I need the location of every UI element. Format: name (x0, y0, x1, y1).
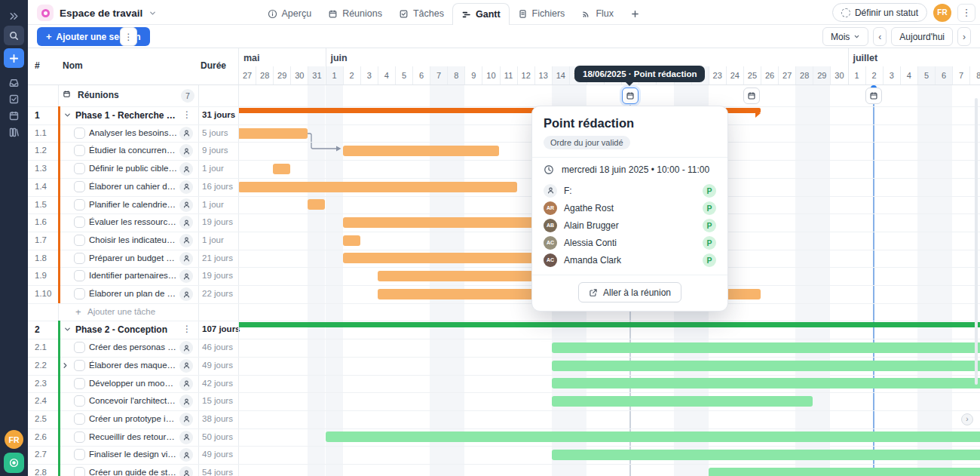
task-checkbox[interactable] (74, 235, 85, 246)
library-icon[interactable] (4, 122, 24, 142)
assignee-icon[interactable] (179, 341, 193, 355)
tab-apercu[interactable]: Aperçu (259, 2, 320, 25)
day-header-cell[interactable]: 23 (709, 66, 726, 84)
day-header-cell[interactable]: 8 (447, 66, 464, 84)
task-bar-2.1[interactable] (552, 342, 980, 353)
assignee-icon[interactable] (179, 466, 193, 476)
row-menu-icon[interactable]: ⋮ (182, 109, 191, 120)
attendee-row[interactable]: ACAlessia ContiP (532, 234, 727, 251)
task-bar-2.8[interactable] (709, 468, 980, 476)
assignee-icon[interactable] (179, 144, 193, 158)
assignee-icon[interactable] (179, 377, 193, 391)
tab-gantt[interactable]: Gantt (452, 3, 510, 26)
add-task-row[interactable]: +Ajouter une tâche (28, 303, 238, 321)
task-checkbox[interactable] (74, 163, 85, 174)
assignee-icon[interactable] (179, 252, 193, 266)
assignee-icon[interactable] (179, 413, 193, 426)
attendee-row[interactable]: F:P (532, 182, 727, 199)
day-header-cell[interactable]: 12 (517, 66, 534, 84)
phase-bar-2[interactable] (238, 322, 980, 327)
assignee-icon[interactable] (179, 127, 193, 140)
task-checkbox[interactable] (74, 360, 85, 371)
day-header-cell[interactable]: 28 (795, 66, 813, 84)
day-header-cell[interactable]: 5 (395, 66, 412, 84)
day-header-cell[interactable]: 28 (256, 66, 273, 84)
day-header-cell[interactable]: 14 (552, 66, 569, 84)
day-header-cell[interactable]: 29 (273, 66, 290, 84)
day-header-cell[interactable]: 7 (952, 66, 969, 84)
task-bar-2.2[interactable] (552, 361, 980, 371)
task-bar-2.6[interactable] (326, 431, 980, 442)
task-checkbox[interactable] (74, 127, 85, 139)
task-checkbox[interactable] (74, 395, 85, 407)
day-header-cell[interactable]: 1 (848, 66, 865, 84)
task-bar-2.7[interactable] (552, 450, 980, 460)
day-header-cell[interactable]: 26 (761, 66, 778, 84)
expand-subtasks-icon[interactable] (61, 361, 69, 370)
assignee-icon[interactable] (179, 198, 193, 212)
task-checkbox[interactable] (74, 449, 85, 460)
tab-fichiers[interactable]: Fichiers (510, 2, 574, 25)
today-button[interactable]: Aujourd'hui (891, 27, 953, 46)
bar-offscreen-right-chip[interactable]: › (961, 413, 973, 425)
task-checkbox[interactable] (74, 181, 85, 192)
workspace-switcher[interactable]: Espace de travail (37, 3, 157, 23)
day-header-cell[interactable]: 13 (534, 66, 552, 84)
day-header-cell[interactable]: 25 (743, 66, 761, 84)
meeting-marker-icon[interactable] (865, 88, 882, 104)
assignee-icon[interactable] (179, 269, 193, 283)
task-bar-1.7[interactable] (343, 235, 360, 246)
go-to-meeting-button[interactable]: Aller à la réunion (578, 282, 681, 302)
assignee-icon[interactable] (179, 359, 193, 373)
task-checkbox[interactable] (74, 217, 85, 228)
day-header-cell[interactable]: 1 (326, 66, 343, 84)
task-checkbox[interactable] (74, 270, 85, 281)
day-header-cell[interactable]: 6 (412, 66, 430, 84)
assignee-icon[interactable] (179, 234, 193, 247)
user-avatar-top[interactable]: FR (933, 4, 951, 22)
assignee-icon[interactable] (179, 431, 193, 444)
assignee-icon[interactable] (179, 162, 193, 176)
day-header-cell[interactable]: 2 (343, 66, 360, 84)
attendee-row[interactable]: ABAlain BruggerP (532, 217, 727, 234)
prev-period-button[interactable]: ‹ (873, 27, 887, 46)
assignee-icon[interactable] (179, 216, 193, 229)
task-checkbox[interactable] (74, 199, 85, 210)
next-period-button[interactable]: › (957, 27, 971, 46)
assignee-icon[interactable] (179, 287, 193, 301)
day-header-cell[interactable]: 3 (360, 66, 378, 84)
day-header-cell[interactable]: 4 (378, 66, 395, 84)
day-header-cell[interactable]: 6 (935, 66, 952, 84)
day-header-cell[interactable]: 27 (238, 66, 256, 84)
day-header-cell[interactable]: 5 (917, 66, 935, 84)
assignee-icon[interactable] (179, 180, 193, 194)
day-header-cell[interactable]: 24 (726, 66, 743, 84)
search-icon[interactable] (4, 26, 24, 45)
section-menu-icon[interactable]: ⋮ (120, 27, 137, 46)
tab-reunions[interactable]: Réunions (320, 2, 390, 25)
row-menu-icon[interactable]: ⋮ (182, 324, 191, 334)
day-header-cell[interactable]: 31 (308, 66, 325, 84)
meeting-marker-icon[interactable] (622, 88, 639, 104)
day-header-cell[interactable]: 3 (883, 66, 900, 84)
task-bar-2.4[interactable] (552, 396, 813, 407)
collapse-section-icon[interactable] (63, 111, 72, 119)
day-header-cell[interactable]: 30 (830, 66, 847, 84)
meeting-marker-icon[interactable] (743, 88, 760, 104)
day-header-cell[interactable]: 8 (969, 66, 980, 84)
day-header-cell[interactable]: 30 (290, 66, 308, 84)
record-target-button[interactable] (4, 453, 24, 473)
tab-flux[interactable]: Flux (573, 2, 622, 25)
day-header-cell[interactable]: 10 (482, 66, 499, 84)
create-new-icon[interactable] (4, 48, 24, 68)
task-checkbox[interactable] (74, 378, 85, 389)
attendee-row[interactable]: ACAmanda ClarkP (532, 251, 727, 269)
task-checkbox[interactable] (74, 253, 85, 264)
assignee-icon[interactable] (179, 395, 193, 408)
user-avatar[interactable]: FR (5, 430, 23, 449)
assignee-icon[interactable] (179, 448, 193, 462)
task-checkbox[interactable] (74, 467, 85, 476)
meetings-row[interactable]: Réunions 7 (28, 84, 238, 106)
more-options-icon[interactable]: ⋮ (957, 4, 975, 22)
task-bar-1.5[interactable] (308, 199, 325, 210)
